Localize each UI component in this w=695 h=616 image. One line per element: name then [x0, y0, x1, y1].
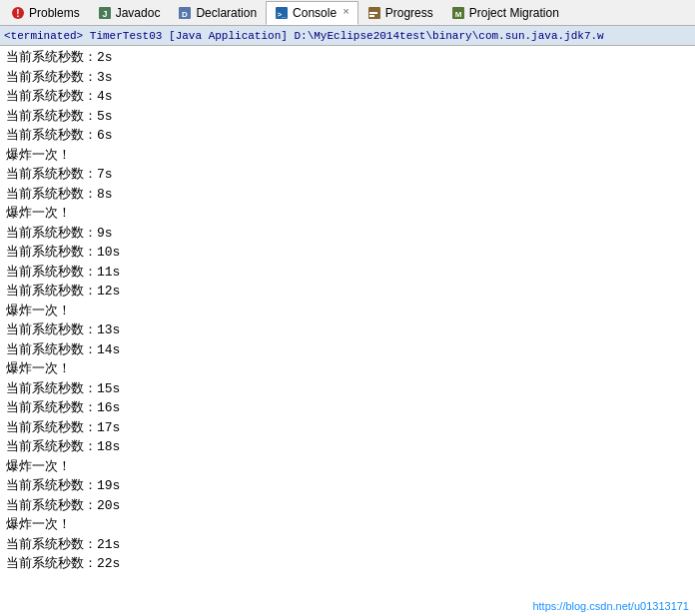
console-line: 当前系统秒数：13s	[6, 320, 689, 340]
console-line: 爆炸一次！	[6, 204, 689, 224]
tab-icon-javadoc: J	[98, 6, 112, 20]
tab-icon-declaration: D	[178, 6, 192, 20]
console-line: 爆炸一次！	[6, 302, 689, 321]
tab-close-console[interactable]: ×	[343, 7, 349, 18]
console-line: 爆炸一次！	[6, 457, 689, 477]
svg-rect-9	[369, 12, 377, 14]
tab-icon-migration: M	[451, 6, 465, 20]
console-line: 当前系统秒数：15s	[6, 379, 689, 399]
console-header: <terminated> TimerTest03 [Java Applicati…	[0, 26, 695, 46]
tab-declaration[interactable]: DDeclaration	[169, 1, 266, 25]
svg-text:!: !	[16, 8, 19, 19]
console-line: 当前系统秒数：11s	[6, 263, 689, 283]
tab-bar: !ProblemsJJavadocDDeclaration>_Console×P…	[0, 0, 695, 26]
console-line: 当前系统秒数：22s	[6, 554, 689, 574]
console-line: 当前系统秒数：10s	[6, 243, 689, 263]
tab-icon-problems: !	[11, 6, 25, 20]
tab-icon-console: >_	[275, 5, 289, 19]
svg-text:J: J	[102, 9, 107, 19]
console-line: 当前系统秒数：2s	[6, 48, 689, 68]
tab-label-migration: Project Migration	[469, 6, 559, 20]
console-line: 当前系统秒数：16s	[6, 398, 689, 418]
svg-text:M: M	[454, 10, 461, 19]
tab-label-progress: Progress	[385, 6, 433, 20]
console-line: 当前系统秒数：12s	[6, 282, 689, 302]
svg-text:D: D	[183, 10, 189, 19]
tab-icon-progress	[367, 6, 381, 20]
console-output[interactable]: 当前系统秒数：2s当前系统秒数：3s当前系统秒数：4s当前系统秒数：5s当前系统…	[0, 46, 695, 616]
console-line: 当前系统秒数：18s	[6, 437, 689, 457]
console-line: 当前系统秒数：8s	[6, 185, 689, 205]
console-line: 当前系统秒数：3s	[6, 68, 689, 88]
tab-label-declaration: Declaration	[196, 6, 257, 20]
tab-label-problems: Problems	[29, 6, 80, 20]
tab-label-console: Console	[293, 6, 337, 20]
console-line: 当前系统秒数：21s	[6, 535, 689, 555]
console-line: 当前系统秒数：17s	[6, 418, 689, 438]
console-line: 当前系统秒数：20s	[6, 496, 689, 516]
console-line: 当前系统秒数：9s	[6, 224, 689, 244]
tab-label-javadoc: Javadoc	[116, 6, 161, 20]
console-line: 当前系统秒数：19s	[6, 476, 689, 496]
console-line: 当前系统秒数：6s	[6, 126, 689, 146]
tab-progress[interactable]: Progress	[358, 1, 442, 25]
tab-javadoc[interactable]: JJavadoc	[89, 1, 170, 25]
svg-text:>_: >_	[278, 9, 288, 18]
tab-migration[interactable]: MProject Migration	[442, 1, 568, 25]
console-line: 当前系统秒数：14s	[6, 340, 689, 360]
console-line: 当前系统秒数：7s	[6, 165, 689, 185]
tab-console[interactable]: >_Console×	[266, 1, 358, 25]
console-line: 爆炸一次！	[6, 146, 689, 166]
tab-problems[interactable]: !Problems	[2, 1, 89, 25]
console-line: 爆炸一次！	[6, 515, 689, 535]
svg-rect-10	[369, 15, 374, 17]
console-header-text: <terminated> TimerTest03 [Java Applicati…	[4, 30, 604, 42]
console-line: 当前系统秒数：4s	[6, 87, 689, 107]
watermark: https://blog.csdn.net/u01313171	[532, 600, 689, 612]
console-line: 当前系统秒数：5s	[6, 107, 689, 127]
console-line: 爆炸一次！	[6, 359, 689, 379]
